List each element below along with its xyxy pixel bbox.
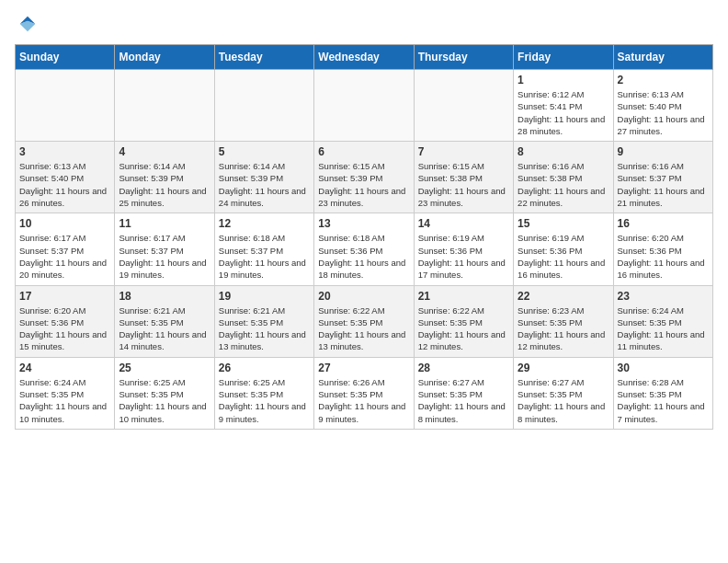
day-info: Sunrise: 6:25 AM Sunset: 5:35 PM Dayligh… [119, 376, 210, 425]
calendar-day-cell: 19Sunrise: 6:21 AM Sunset: 5:35 PM Dayli… [214, 285, 313, 357]
day-number: 4 [119, 145, 210, 158]
day-number: 3 [19, 145, 110, 158]
calendar-day-cell: 17Sunrise: 6:20 AM Sunset: 5:36 PM Dayli… [16, 285, 115, 357]
calendar-day-cell: 27Sunrise: 6:26 AM Sunset: 5:35 PM Dayli… [314, 357, 414, 429]
day-number: 29 [518, 362, 609, 374]
calendar-day-cell: 30Sunrise: 6:28 AM Sunset: 5:35 PM Dayli… [613, 357, 712, 429]
day-number: 27 [318, 362, 409, 374]
day-info: Sunrise: 6:16 AM Sunset: 5:38 PM Dayligh… [518, 160, 609, 209]
page-header [15, 15, 713, 33]
day-number: 20 [318, 290, 409, 303]
calendar-week-row: 17Sunrise: 6:20 AM Sunset: 5:36 PM Dayli… [16, 285, 713, 357]
day-number: 18 [119, 290, 210, 303]
calendar-day-cell: 9Sunrise: 6:16 AM Sunset: 5:37 PM Daylig… [613, 142, 712, 213]
day-info: Sunrise: 6:16 AM Sunset: 5:37 PM Dayligh… [618, 160, 709, 209]
calendar-day-cell [414, 70, 513, 142]
logo [15, 15, 37, 33]
day-number: 30 [618, 362, 709, 374]
calendar-day-cell: 20Sunrise: 6:22 AM Sunset: 5:35 PM Dayli… [314, 285, 414, 357]
day-info: Sunrise: 6:14 AM Sunset: 5:39 PM Dayligh… [219, 160, 310, 209]
day-number: 25 [119, 362, 210, 374]
day-number: 22 [518, 290, 609, 303]
calendar-week-row: 24Sunrise: 6:24 AM Sunset: 5:35 PM Dayli… [16, 357, 713, 429]
day-number: 23 [618, 290, 709, 303]
day-info: Sunrise: 6:17 AM Sunset: 5:37 PM Dayligh… [119, 232, 210, 281]
calendar-weekday-thursday: Thursday [414, 45, 513, 70]
day-number: 1 [518, 74, 609, 86]
day-info: Sunrise: 6:25 AM Sunset: 5:35 PM Dayligh… [219, 376, 310, 425]
day-info: Sunrise: 6:19 AM Sunset: 5:36 PM Dayligh… [518, 232, 609, 281]
day-number: 14 [418, 217, 509, 230]
day-info: Sunrise: 6:23 AM Sunset: 5:35 PM Dayligh… [518, 304, 609, 353]
day-info: Sunrise: 6:13 AM Sunset: 5:40 PM Dayligh… [19, 160, 110, 209]
calendar-day-cell: 1Sunrise: 6:12 AM Sunset: 5:41 PM Daylig… [514, 70, 613, 142]
day-info: Sunrise: 6:14 AM Sunset: 5:39 PM Dayligh… [119, 160, 210, 209]
day-info: Sunrise: 6:27 AM Sunset: 5:35 PM Dayligh… [518, 376, 609, 425]
calendar-day-cell [214, 70, 313, 142]
day-number: 7 [418, 145, 509, 158]
day-info: Sunrise: 6:24 AM Sunset: 5:35 PM Dayligh… [618, 304, 709, 353]
day-info: Sunrise: 6:26 AM Sunset: 5:35 PM Dayligh… [318, 376, 409, 425]
calendar-weekday-tuesday: Tuesday [214, 45, 313, 70]
day-info: Sunrise: 6:28 AM Sunset: 5:35 PM Dayligh… [618, 376, 709, 425]
calendar-day-cell [314, 70, 414, 142]
day-number: 26 [219, 362, 310, 374]
day-info: Sunrise: 6:15 AM Sunset: 5:38 PM Dayligh… [418, 160, 509, 209]
calendar-day-cell: 13Sunrise: 6:18 AM Sunset: 5:36 PM Dayli… [314, 213, 414, 285]
day-info: Sunrise: 6:19 AM Sunset: 5:36 PM Dayligh… [418, 232, 509, 281]
logo-icon [18, 15, 37, 33]
day-number: 28 [418, 362, 509, 374]
calendar-day-cell: 6Sunrise: 6:15 AM Sunset: 5:39 PM Daylig… [314, 142, 414, 213]
calendar-day-cell: 18Sunrise: 6:21 AM Sunset: 5:35 PM Dayli… [115, 285, 214, 357]
calendar-day-cell: 26Sunrise: 6:25 AM Sunset: 5:35 PM Dayli… [214, 357, 313, 429]
day-number: 16 [618, 217, 709, 230]
day-info: Sunrise: 6:15 AM Sunset: 5:39 PM Dayligh… [318, 160, 409, 209]
day-number: 17 [19, 290, 110, 303]
calendar-day-cell: 29Sunrise: 6:27 AM Sunset: 5:35 PM Dayli… [514, 357, 613, 429]
calendar-day-cell: 10Sunrise: 6:17 AM Sunset: 5:37 PM Dayli… [16, 213, 115, 285]
calendar-table: SundayMondayTuesdayWednesdayThursdayFrid… [15, 44, 713, 430]
calendar-week-row: 10Sunrise: 6:17 AM Sunset: 5:37 PM Dayli… [16, 213, 713, 285]
calendar-day-cell: 22Sunrise: 6:23 AM Sunset: 5:35 PM Dayli… [514, 285, 613, 357]
calendar-header-row: SundayMondayTuesdayWednesdayThursdayFrid… [16, 45, 713, 70]
day-info: Sunrise: 6:21 AM Sunset: 5:35 PM Dayligh… [219, 304, 310, 353]
calendar-day-cell: 16Sunrise: 6:20 AM Sunset: 5:36 PM Dayli… [613, 213, 712, 285]
day-info: Sunrise: 6:12 AM Sunset: 5:41 PM Dayligh… [518, 88, 609, 137]
calendar-day-cell: 15Sunrise: 6:19 AM Sunset: 5:36 PM Dayli… [514, 213, 613, 285]
day-info: Sunrise: 6:22 AM Sunset: 5:35 PM Dayligh… [318, 304, 409, 353]
day-info: Sunrise: 6:24 AM Sunset: 5:35 PM Dayligh… [19, 376, 110, 425]
calendar-week-row: 1Sunrise: 6:12 AM Sunset: 5:41 PM Daylig… [16, 70, 713, 142]
calendar-weekday-sunday: Sunday [16, 45, 115, 70]
calendar-week-row: 3Sunrise: 6:13 AM Sunset: 5:40 PM Daylig… [16, 142, 713, 213]
day-info: Sunrise: 6:13 AM Sunset: 5:40 PM Dayligh… [618, 88, 709, 137]
day-info: Sunrise: 6:21 AM Sunset: 5:35 PM Dayligh… [119, 304, 210, 353]
calendar-day-cell: 5Sunrise: 6:14 AM Sunset: 5:39 PM Daylig… [214, 142, 313, 213]
calendar-day-cell: 23Sunrise: 6:24 AM Sunset: 5:35 PM Dayli… [613, 285, 712, 357]
day-info: Sunrise: 6:22 AM Sunset: 5:35 PM Dayligh… [418, 304, 509, 353]
day-number: 12 [219, 217, 310, 230]
calendar-weekday-saturday: Saturday [613, 45, 712, 70]
day-number: 21 [418, 290, 509, 303]
calendar-day-cell: 14Sunrise: 6:19 AM Sunset: 5:36 PM Dayli… [414, 213, 513, 285]
day-number: 24 [19, 362, 110, 374]
day-number: 13 [318, 217, 409, 230]
day-number: 2 [618, 74, 709, 86]
day-number: 9 [618, 145, 709, 158]
calendar-day-cell: 28Sunrise: 6:27 AM Sunset: 5:35 PM Dayli… [414, 357, 513, 429]
day-number: 6 [318, 145, 409, 158]
calendar-day-cell [115, 70, 214, 142]
day-info: Sunrise: 6:20 AM Sunset: 5:36 PM Dayligh… [19, 304, 110, 353]
calendar-day-cell: 4Sunrise: 6:14 AM Sunset: 5:39 PM Daylig… [115, 142, 214, 213]
calendar-day-cell: 24Sunrise: 6:24 AM Sunset: 5:35 PM Dayli… [16, 357, 115, 429]
day-info: Sunrise: 6:18 AM Sunset: 5:37 PM Dayligh… [219, 232, 310, 281]
calendar-weekday-monday: Monday [115, 45, 214, 70]
day-number: 15 [518, 217, 609, 230]
calendar-weekday-friday: Friday [514, 45, 613, 70]
day-info: Sunrise: 6:17 AM Sunset: 5:37 PM Dayligh… [19, 232, 110, 281]
calendar-day-cell: 7Sunrise: 6:15 AM Sunset: 5:38 PM Daylig… [414, 142, 513, 213]
calendar-day-cell: 25Sunrise: 6:25 AM Sunset: 5:35 PM Dayli… [115, 357, 214, 429]
day-number: 11 [119, 217, 210, 230]
calendar-day-cell: 2Sunrise: 6:13 AM Sunset: 5:40 PM Daylig… [613, 70, 712, 142]
calendar-day-cell [16, 70, 115, 142]
day-number: 10 [19, 217, 110, 230]
